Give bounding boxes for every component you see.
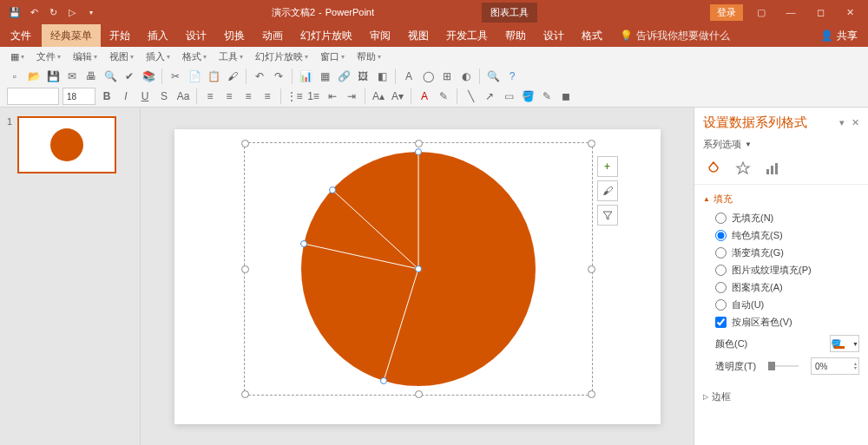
menu-window[interactable]: 窗口▾ (317, 49, 348, 65)
undo-icon[interactable]: ↶ (252, 69, 267, 84)
fill-color-icon[interactable]: 🪣 (520, 88, 536, 104)
menu-format[interactable]: 格式▾ (179, 49, 210, 65)
pane-dropdown-icon[interactable]: ▾ (839, 117, 845, 128)
chart-icon[interactable]: 📊 (298, 69, 313, 84)
tab-design[interactable]: 设计 (177, 24, 215, 47)
tab-dev[interactable]: 开发工具 (437, 24, 496, 47)
align-center-icon[interactable]: ≡ (221, 88, 237, 104)
menu-tool[interactable]: 工具▾ (215, 49, 247, 65)
pane-close-icon[interactable]: ✕ (852, 117, 859, 128)
menu-edit[interactable]: 编辑▾ (69, 49, 101, 65)
align-left-icon[interactable]: ≡ (202, 88, 218, 104)
resize-handle[interactable] (241, 390, 249, 398)
print-icon[interactable]: 🖶 (83, 69, 99, 84)
indent-dec-icon[interactable]: ⇤ (325, 88, 340, 104)
resize-handle[interactable] (241, 265, 249, 273)
font-inc-icon[interactable]: A▴ (371, 88, 386, 104)
font-dec-icon[interactable]: A▾ (390, 88, 405, 104)
tab-chart-design[interactable]: 设计 (535, 24, 573, 47)
data-point[interactable] (300, 240, 307, 247)
help-icon[interactable]: ? (504, 69, 520, 84)
menu-insert[interactable]: 插入▾ (142, 49, 174, 65)
resize-handle[interactable] (588, 265, 595, 273)
menu-help[interactable]: 帮助▾ (353, 49, 385, 65)
border-section-header[interactable]: ▷ 边框 (703, 388, 859, 406)
save-icon[interactable]: 💾 (45, 69, 61, 84)
thumbnail-1[interactable]: 1 (7, 116, 133, 173)
redo-icon[interactable]: ↻ (47, 6, 59, 18)
menu-view[interactable]: 视图▾ (106, 49, 137, 65)
tab-chart-format[interactable]: 格式 (573, 24, 611, 47)
indent-inc-icon[interactable]: ⇥ (344, 88, 359, 104)
tab-home[interactable]: 开始 (101, 24, 139, 47)
arrow-icon[interactable]: ↗ (482, 88, 497, 104)
justify-icon[interactable]: ≡ (260, 88, 275, 104)
textbox-icon[interactable]: A (401, 69, 417, 84)
tab-view[interactable]: 视图 (399, 24, 437, 47)
font-color-icon[interactable]: A (417, 88, 432, 104)
fill-auto-option[interactable]: 自动(U) (715, 298, 859, 311)
series-tab[interactable] (764, 160, 781, 177)
chart-selection[interactable]: + 🖌 (244, 142, 593, 396)
effects-tab[interactable] (734, 160, 752, 177)
tab-file[interactable]: 文件 (0, 24, 42, 47)
rect-icon[interactable]: ▭ (501, 88, 516, 104)
copy-icon[interactable]: 📄 (187, 69, 202, 84)
tab-review[interactable]: 审阅 (361, 24, 399, 47)
qat-more-icon[interactable]: ▾ (85, 6, 97, 18)
login-button[interactable]: 登录 (710, 4, 743, 21)
fill-pattern-option[interactable]: 图案填充(A) (715, 281, 859, 294)
shapes-icon[interactable]: ◯ (420, 69, 436, 84)
tab-insert[interactable]: 插入 (139, 24, 177, 47)
research-icon[interactable]: 📚 (141, 69, 156, 84)
clear-format-icon[interactable]: Aa (175, 88, 191, 104)
share-button[interactable]: 👤 共享 (810, 29, 868, 43)
slide-canvas[interactable]: + 🖌 (141, 108, 694, 445)
font-size-box[interactable]: 18 (62, 88, 95, 105)
data-point[interactable] (329, 187, 336, 193)
transparency-value[interactable]: 0% ▴▾ (811, 357, 859, 375)
resize-handle[interactable] (241, 140, 249, 147)
menu-all[interactable]: ▦▾ (7, 49, 28, 64)
shadow-icon[interactable]: ◼ (558, 88, 574, 104)
fill-gradient-option[interactable]: 渐变填充(G) (715, 246, 859, 259)
bold-icon[interactable]: B (99, 88, 115, 104)
series-options-dropdown[interactable]: 系列选项 ▼ (694, 138, 868, 156)
picture-icon[interactable]: 🖼 (355, 69, 371, 84)
data-point[interactable] (380, 377, 387, 384)
tell-me[interactable]: 💡 告诉我你想要做什么 (611, 29, 739, 43)
transparency-slider[interactable] (768, 365, 799, 367)
paste-icon[interactable]: 📋 (206, 69, 221, 84)
bullets-icon[interactable]: ⋮≡ (286, 88, 302, 104)
tab-transition[interactable]: 切换 (215, 24, 253, 47)
line-color-icon[interactable]: ✎ (539, 88, 555, 104)
table-icon[interactable]: ▦ (317, 69, 332, 84)
chart-center[interactable] (415, 265, 422, 272)
spell-icon[interactable]: ✔ (122, 69, 137, 84)
fill-line-tab[interactable] (705, 160, 722, 177)
fill-none-option[interactable]: 无填充(N) (715, 212, 859, 225)
pie-chart[interactable] (301, 152, 536, 386)
menu-file[interactable]: 文件▾ (33, 49, 64, 65)
vary-colors-option[interactable]: 按扇区着色(V) (715, 316, 859, 329)
tab-classic[interactable]: 经典菜单 (42, 24, 101, 47)
highlight-icon[interactable]: ✎ (436, 88, 451, 104)
slider-handle[interactable] (768, 362, 775, 370)
menu-slideshow[interactable]: 幻灯片放映▾ (252, 49, 312, 65)
resize-handle[interactable] (588, 140, 595, 147)
minimize-icon[interactable]: — (779, 7, 802, 17)
tab-help[interactable]: 帮助 (496, 24, 535, 47)
ribbon-options-icon[interactable]: ▢ (750, 7, 773, 18)
link-icon[interactable]: 🔗 (336, 69, 352, 84)
font-family-box[interactable] (7, 88, 59, 105)
numbering-icon[interactable]: 1≡ (306, 88, 321, 104)
fill-solid-option[interactable]: 纯色填充(S) (715, 229, 859, 242)
chart-filter-button[interactable] (597, 205, 618, 226)
new-icon[interactable]: ▫ (7, 69, 23, 84)
object-icon[interactable]: ◧ (374, 69, 390, 84)
start-icon[interactable]: ▷ (66, 6, 78, 18)
resize-handle[interactable] (415, 140, 423, 147)
tab-animation[interactable]: 动画 (253, 24, 292, 47)
fill-section-header[interactable]: ▲ 填充 (703, 190, 859, 208)
preview-icon[interactable]: 🔍 (102, 69, 118, 84)
